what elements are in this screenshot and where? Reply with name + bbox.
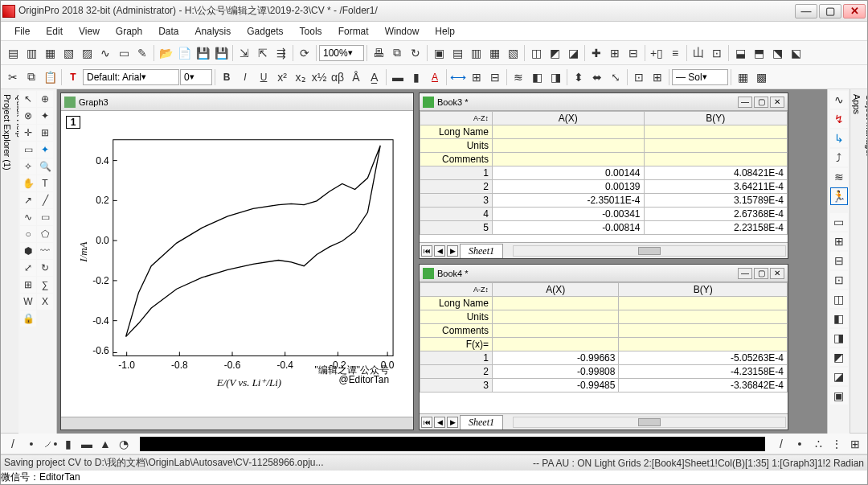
tb-icon-e[interactable]: ▧ bbox=[504, 44, 522, 62]
tb2-j[interactable]: ▦ bbox=[734, 68, 751, 86]
menu-gadgets[interactable]: Gadgets bbox=[240, 24, 290, 39]
rt-g[interactable]: ⊞ bbox=[830, 232, 848, 250]
zoom-pan-icon[interactable]: ⤢ bbox=[20, 260, 36, 276]
dock-object-manager[interactable]: Object Manager bbox=[863, 89, 867, 434]
rt-h[interactable]: ⊟ bbox=[830, 252, 848, 269]
new-graph-icon[interactable]: ▧ bbox=[59, 44, 77, 62]
book3-nav-first[interactable]: ⏮ bbox=[421, 245, 432, 257]
menu-format[interactable]: Format bbox=[331, 24, 376, 39]
book4-col-a[interactable]: A(X) bbox=[493, 283, 619, 297]
close-button[interactable]: ✕ bbox=[843, 4, 866, 18]
book3-hscroll[interactable] bbox=[513, 245, 786, 257]
tb2-g[interactable]: ⤡ bbox=[607, 68, 624, 86]
book4-header[interactable]: Book4 * — ▢ ✕ bbox=[420, 265, 788, 282]
font-color-icon[interactable]: A bbox=[426, 68, 444, 86]
tb-icon-f[interactable]: ◫ bbox=[527, 44, 545, 62]
graph-window-header[interactable]: Graph3 bbox=[61, 93, 413, 111]
digitizer-icon[interactable]: ✚ bbox=[588, 44, 605, 62]
zoom-combo[interactable]: 100% ▾ bbox=[319, 45, 364, 61]
gt-e[interactable]: ⊞ bbox=[846, 435, 864, 453]
print-icon[interactable]: 🖶 bbox=[370, 44, 387, 62]
line-border-icon[interactable]: ▬ bbox=[389, 68, 407, 86]
book4-nav-next[interactable]: ▶ bbox=[447, 417, 458, 428]
rt-k[interactable]: ◧ bbox=[830, 310, 848, 327]
panning-icon[interactable]: ✋ bbox=[20, 175, 36, 191]
gt-area[interactable]: ▲ bbox=[96, 435, 114, 453]
menu-view[interactable]: View bbox=[72, 24, 107, 39]
book3-nav-next[interactable]: ▶ bbox=[447, 245, 458, 257]
rt-e[interactable]: ≋ bbox=[830, 168, 848, 186]
freehand-icon[interactable]: 〰 bbox=[37, 243, 53, 259]
book3-header[interactable]: Book3 * — ▢ ✕ bbox=[420, 93, 788, 111]
cut-icon[interactable]: ✂ bbox=[4, 68, 22, 86]
menu-file[interactable]: File bbox=[7, 24, 37, 39]
arrow-icon[interactable]: ↗ bbox=[20, 192, 36, 208]
new-function-icon[interactable]: ∿ bbox=[96, 44, 114, 62]
tb-icon-c[interactable]: ▥ bbox=[467, 44, 485, 62]
tb-icon-h[interactable]: ◪ bbox=[564, 44, 582, 62]
graph-hscroll[interactable] bbox=[61, 417, 413, 430]
zoom-in-icon[interactable]: 🔍 bbox=[37, 158, 53, 175]
antialias-icon[interactable]: ≋ bbox=[510, 68, 527, 86]
new-notes-icon[interactable]: ✎ bbox=[133, 44, 151, 62]
rt-d[interactable]: ⤴ bbox=[830, 149, 848, 166]
import-multi-icon[interactable]: ⇶ bbox=[272, 44, 290, 62]
menu-analysis[interactable]: Analysis bbox=[188, 24, 239, 39]
tb-icon-p[interactable]: ⬔ bbox=[768, 44, 786, 62]
tb2-k[interactable]: ▩ bbox=[752, 68, 770, 86]
new-project-icon[interactable]: ▤ bbox=[4, 44, 22, 62]
duplicate-icon[interactable]: ⧉ bbox=[388, 44, 406, 62]
tb2-b[interactable]: ⊟ bbox=[486, 68, 504, 86]
data-cursor-icon[interactable]: ✛ bbox=[20, 125, 36, 141]
open-template-icon[interactable]: 📄 bbox=[175, 44, 193, 62]
tb-icon-l[interactable]: 山 bbox=[690, 44, 707, 62]
rt-o[interactable]: ▣ bbox=[830, 387, 848, 405]
book4-col-b[interactable]: B(Y) bbox=[619, 283, 788, 297]
rescale-icon[interactable]: ⟷ bbox=[449, 68, 467, 86]
book4-max[interactable]: ▢ bbox=[754, 268, 768, 279]
book4-sheet-tab[interactable]: Sheet1 bbox=[460, 415, 503, 430]
save-template-icon[interactable]: 💾 bbox=[212, 44, 230, 62]
import-wizard-icon[interactable]: ⇲ bbox=[235, 44, 253, 62]
font-decrease-icon[interactable]: A̲ bbox=[366, 68, 383, 86]
rectangle-icon[interactable]: ▭ bbox=[37, 209, 53, 225]
rt-c[interactable]: ↳ bbox=[830, 129, 848, 147]
tb-icon-j[interactable]: ⊟ bbox=[624, 44, 642, 62]
menu-graph[interactable]: Graph bbox=[108, 24, 149, 39]
font-increase-icon[interactable]: Å bbox=[347, 68, 365, 86]
book3-close[interactable]: ✕ bbox=[770, 97, 784, 108]
supsub-icon[interactable]: x½ bbox=[310, 68, 328, 86]
tb2-a[interactable]: ⊞ bbox=[468, 68, 485, 86]
line-icon[interactable]: ╱ bbox=[37, 192, 53, 208]
tb-icon-n[interactable]: ⬓ bbox=[731, 44, 749, 62]
open-icon[interactable]: 📂 bbox=[157, 44, 174, 62]
book3-col-b[interactable]: B(Y) bbox=[644, 112, 788, 125]
book4-nav-first[interactable]: ⏮ bbox=[421, 417, 432, 428]
rt-run-icon[interactable]: 🏃 bbox=[830, 187, 848, 205]
gt-d[interactable]: ⋮ bbox=[828, 435, 845, 453]
book3-col-a[interactable]: A(X) bbox=[493, 112, 645, 125]
import-single-icon[interactable]: ⇱ bbox=[254, 44, 272, 62]
add-column-icon[interactable]: +▯ bbox=[648, 44, 665, 62]
tb2-e[interactable]: ⬍ bbox=[570, 68, 588, 86]
rt-a[interactable]: ∿ bbox=[830, 91, 848, 109]
tb2-h[interactable]: ⊡ bbox=[630, 68, 648, 86]
font-combo[interactable]: Default: Arial ▾ bbox=[83, 69, 179, 85]
insert-obj-icon[interactable]: ⊞ bbox=[20, 277, 36, 293]
gt-line[interactable]: / bbox=[4, 435, 22, 453]
book4-close[interactable]: ✕ bbox=[770, 268, 784, 279]
tb-icon-o[interactable]: ⬒ bbox=[750, 44, 768, 62]
tb2-f[interactable]: ⬌ bbox=[588, 68, 606, 86]
draw-data-icon[interactable]: ✧ bbox=[20, 158, 36, 175]
rt-j[interactable]: ◫ bbox=[830, 290, 848, 308]
book4-grid[interactable]: A-Z↕A(X)B(Y) Long Name Units Comments F(… bbox=[420, 282, 788, 393]
sort-icon[interactable]: A-Z↕ bbox=[420, 283, 493, 297]
circle-icon[interactable]: ○ bbox=[20, 226, 36, 242]
tb-icon-i[interactable]: ⊞ bbox=[606, 44, 624, 62]
rt-l[interactable]: ◨ bbox=[830, 329, 848, 347]
rt-f[interactable]: ▭ bbox=[830, 213, 848, 231]
greek-icon[interactable]: αβ bbox=[329, 68, 346, 86]
book4-window[interactable]: Book4 * — ▢ ✕ A-Z↕A(X)B(Y) Long Name Uni… bbox=[419, 264, 788, 430]
gt-a[interactable]: / bbox=[772, 435, 790, 453]
curve-icon[interactable]: ∿ bbox=[20, 209, 36, 225]
